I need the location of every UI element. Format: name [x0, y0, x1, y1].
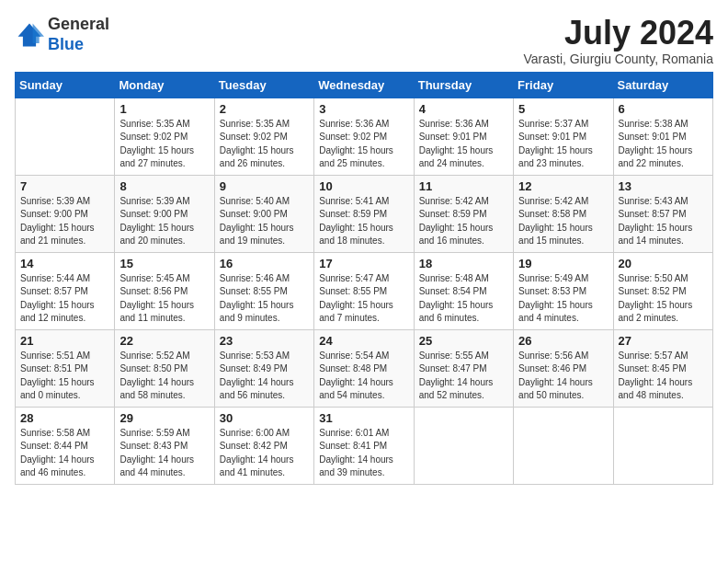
day-number: 21: [20, 334, 109, 348]
day-info: Sunrise: 5:50 AM Sunset: 8:52 PM Dayligh…: [619, 272, 708, 326]
calendar-cell: 6Sunrise: 5:38 AM Sunset: 9:01 PM Daylig…: [613, 98, 712, 175]
day-number: 22: [119, 334, 209, 348]
calendar-table: SundayMondayTuesdayWednesdayThursdayFrid…: [15, 72, 713, 485]
calendar-cell: 2Sunrise: 5:35 AM Sunset: 9:02 PM Daylig…: [214, 98, 313, 175]
calendar-cell: [514, 407, 613, 484]
day-info: Sunrise: 5:59 AM Sunset: 8:43 PM Dayligh…: [119, 427, 209, 480]
calendar-cell: 14Sunrise: 5:44 AM Sunset: 8:57 PM Dayli…: [16, 252, 115, 329]
calendar-cell: 8Sunrise: 5:39 AM Sunset: 9:00 PM Daylig…: [115, 175, 214, 252]
day-info: Sunrise: 5:54 AM Sunset: 8:48 PM Dayligh…: [319, 350, 408, 403]
day-info: Sunrise: 5:46 AM Sunset: 8:55 PM Dayligh…: [220, 272, 309, 326]
day-info: Sunrise: 5:53 AM Sunset: 8:49 PM Dayligh…: [220, 350, 309, 403]
svg-marker-1: [33, 23, 44, 42]
calendar-week-row: 14Sunrise: 5:44 AM Sunset: 8:57 PM Dayli…: [16, 252, 713, 329]
day-number: 14: [20, 257, 109, 270]
day-number: 1: [119, 102, 209, 116]
calendar-cell: 4Sunrise: 5:36 AM Sunset: 9:01 PM Daylig…: [414, 98, 513, 175]
day-info: Sunrise: 5:45 AM Sunset: 8:56 PM Dayligh…: [119, 272, 209, 326]
calendar-cell: 15Sunrise: 5:45 AM Sunset: 8:56 PM Dayli…: [115, 252, 214, 329]
calendar-cell: 11Sunrise: 5:42 AM Sunset: 8:59 PM Dayli…: [414, 175, 513, 252]
day-info: Sunrise: 5:55 AM Sunset: 8:47 PM Dayligh…: [419, 350, 508, 403]
calendar-cell: 27Sunrise: 5:57 AM Sunset: 8:45 PM Dayli…: [613, 329, 712, 407]
calendar-cell: 23Sunrise: 5:53 AM Sunset: 8:49 PM Dayli…: [214, 329, 313, 407]
day-info: Sunrise: 6:01 AM Sunset: 8:41 PM Dayligh…: [319, 427, 408, 480]
day-number: 5: [518, 102, 608, 116]
day-number: 12: [518, 179, 608, 193]
day-number: 11: [419, 179, 508, 193]
calendar-cell: 18Sunrise: 5:48 AM Sunset: 8:54 PM Dayli…: [414, 252, 513, 329]
day-info: Sunrise: 5:48 AM Sunset: 8:54 PM Dayligh…: [419, 272, 508, 326]
calendar-cell: 13Sunrise: 5:43 AM Sunset: 8:57 PM Dayli…: [613, 175, 712, 252]
day-number: 27: [619, 334, 708, 348]
calendar-cell: [414, 407, 513, 484]
day-info: Sunrise: 5:35 AM Sunset: 9:02 PM Dayligh…: [119, 118, 209, 171]
calendar-cell: 5Sunrise: 5:37 AM Sunset: 9:01 PM Daylig…: [514, 98, 613, 175]
calendar-week-row: 1Sunrise: 5:35 AM Sunset: 9:02 PM Daylig…: [16, 98, 713, 175]
day-number: 17: [319, 257, 408, 270]
day-number: 30: [220, 411, 309, 425]
location-subtitle: Varasti, Giurgiu County, Romania: [524, 52, 713, 66]
day-number: 19: [518, 257, 608, 270]
calendar-cell: 10Sunrise: 5:41 AM Sunset: 8:59 PM Dayli…: [314, 175, 414, 252]
day-info: Sunrise: 5:39 AM Sunset: 9:00 PM Dayligh…: [119, 195, 209, 248]
day-number: 13: [619, 179, 708, 193]
day-number: 3: [319, 102, 408, 116]
calendar-cell: 16Sunrise: 5:46 AM Sunset: 8:55 PM Dayli…: [214, 252, 313, 329]
calendar-cell: 31Sunrise: 6:01 AM Sunset: 8:41 PM Dayli…: [314, 407, 414, 484]
day-number: 28: [20, 411, 109, 425]
day-number: 24: [319, 334, 408, 348]
day-info: Sunrise: 5:52 AM Sunset: 8:50 PM Dayligh…: [119, 350, 209, 403]
col-header-sunday: Sunday: [16, 72, 115, 98]
day-info: Sunrise: 6:00 AM Sunset: 8:42 PM Dayligh…: [220, 427, 309, 480]
col-header-monday: Monday: [115, 72, 214, 98]
calendar-cell: 25Sunrise: 5:55 AM Sunset: 8:47 PM Dayli…: [414, 329, 513, 407]
calendar-cell: 17Sunrise: 5:47 AM Sunset: 8:55 PM Dayli…: [314, 252, 414, 329]
day-info: Sunrise: 5:44 AM Sunset: 8:57 PM Dayligh…: [20, 272, 109, 326]
day-info: Sunrise: 5:37 AM Sunset: 9:01 PM Dayligh…: [518, 118, 608, 171]
day-number: 4: [419, 102, 508, 116]
col-header-tuesday: Tuesday: [214, 72, 313, 98]
calendar-cell: 1Sunrise: 5:35 AM Sunset: 9:02 PM Daylig…: [115, 98, 214, 175]
day-info: Sunrise: 5:38 AM Sunset: 9:01 PM Dayligh…: [619, 118, 708, 171]
calendar-cell: 28Sunrise: 5:58 AM Sunset: 8:44 PM Dayli…: [16, 407, 115, 484]
day-number: 29: [119, 411, 209, 425]
day-info: Sunrise: 5:49 AM Sunset: 8:53 PM Dayligh…: [518, 272, 608, 326]
day-number: 6: [619, 102, 708, 116]
day-number: 31: [319, 411, 408, 425]
logo-text: General Blue: [48, 15, 109, 54]
calendar-cell: 26Sunrise: 5:56 AM Sunset: 8:46 PM Dayli…: [514, 329, 613, 407]
calendar-cell: [613, 407, 712, 484]
day-number: 2: [220, 102, 309, 116]
day-info: Sunrise: 5:56 AM Sunset: 8:46 PM Dayligh…: [518, 350, 608, 403]
day-number: 9: [220, 179, 309, 193]
day-info: Sunrise: 5:58 AM Sunset: 8:44 PM Dayligh…: [20, 427, 109, 480]
calendar-cell: 24Sunrise: 5:54 AM Sunset: 8:48 PM Dayli…: [314, 329, 414, 407]
day-info: Sunrise: 5:51 AM Sunset: 8:51 PM Dayligh…: [20, 350, 109, 403]
day-info: Sunrise: 5:40 AM Sunset: 9:00 PM Dayligh…: [220, 195, 309, 248]
day-number: 25: [419, 334, 508, 348]
calendar-cell: 12Sunrise: 5:42 AM Sunset: 8:58 PM Dayli…: [514, 175, 613, 252]
day-info: Sunrise: 5:57 AM Sunset: 8:45 PM Dayligh…: [619, 350, 708, 403]
logo: General Blue: [15, 15, 109, 54]
calendar-cell: 30Sunrise: 6:00 AM Sunset: 8:42 PM Dayli…: [214, 407, 313, 484]
day-info: Sunrise: 5:41 AM Sunset: 8:59 PM Dayligh…: [319, 195, 408, 248]
calendar-week-row: 21Sunrise: 5:51 AM Sunset: 8:51 PM Dayli…: [16, 329, 713, 407]
day-number: 10: [319, 179, 408, 193]
calendar-cell: [16, 98, 115, 175]
page-header: General Blue July 2024 Varasti, Giurgiu …: [15, 15, 713, 66]
day-number: 7: [20, 179, 109, 193]
calendar-week-row: 7Sunrise: 5:39 AM Sunset: 9:00 PM Daylig…: [16, 175, 713, 252]
col-header-wednesday: Wednesday: [314, 72, 414, 98]
day-info: Sunrise: 5:47 AM Sunset: 8:55 PM Dayligh…: [319, 272, 408, 326]
day-info: Sunrise: 5:43 AM Sunset: 8:57 PM Dayligh…: [619, 195, 708, 248]
calendar-cell: 21Sunrise: 5:51 AM Sunset: 8:51 PM Dayli…: [16, 329, 115, 407]
calendar-cell: 19Sunrise: 5:49 AM Sunset: 8:53 PM Dayli…: [514, 252, 613, 329]
day-number: 18: [419, 257, 508, 270]
col-header-friday: Friday: [514, 72, 613, 98]
day-info: Sunrise: 5:42 AM Sunset: 8:59 PM Dayligh…: [419, 195, 508, 248]
calendar-cell: 20Sunrise: 5:50 AM Sunset: 8:52 PM Dayli…: [613, 252, 712, 329]
day-info: Sunrise: 5:36 AM Sunset: 9:02 PM Dayligh…: [319, 118, 408, 171]
calendar-header-row: SundayMondayTuesdayWednesdayThursdayFrid…: [16, 72, 713, 98]
day-number: 8: [119, 179, 209, 193]
day-number: 23: [220, 334, 309, 348]
